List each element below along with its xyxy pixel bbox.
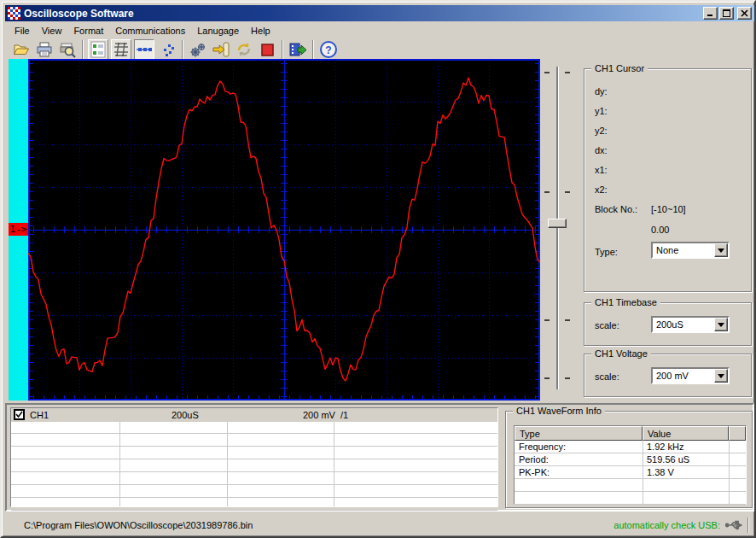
info-type: Period: [519,454,549,465]
maximize-icon [723,9,730,17]
close-icon [741,9,748,17]
slider-tick [544,377,550,379]
info-header-value[interactable]: Value [643,426,729,441]
close-button[interactable] [737,7,752,20]
timebase-group-title: CH1 Timebase [591,297,660,307]
channel-row[interactable]: CH1 200uS 200 mV /1 [11,408,497,422]
grid-toggle-icon[interactable] [111,39,131,60]
cursor-type-dropdown-button[interactable] [714,243,728,257]
cursor-y1-label: y1: [595,106,608,116]
chevron-down-icon [718,249,724,253]
waveform-info-group: CH1 WaveForm Info Type Value Frequency: … [505,411,753,508]
cursor-x1-label: x1: [595,165,608,175]
slider-tick [544,191,550,193]
menu-file[interactable]: File [9,24,36,38]
channel-table: CH1 200uS 200 mV /1 [10,407,498,507]
app-window: Oscilloscope Software File View Format C… [0,0,756,538]
empty-channel-row [11,447,497,459]
slider-tick [565,72,570,73]
scope-display [28,59,540,401]
stop-icon[interactable] [257,39,277,60]
auto-refresh-icon[interactable] [234,39,254,60]
channel-timebase: 200uS [172,410,199,420]
timebase-scale-value: 200uS [656,319,683,330]
menu-help[interactable]: Help [245,24,276,38]
connect-device-icon[interactable] [211,39,231,60]
slider-tick [565,191,570,193]
print-preview-icon[interactable] [57,39,78,60]
empty-channel-row [11,499,497,511]
waveform-info-table: Type Value Frequency: 1.92 kHz Period: 5… [514,425,747,505]
status-bar: C:\Program Files\OWON\Oscilloscope\20319… [5,514,754,536]
maximize-button[interactable] [719,7,734,20]
statusbar-divider [747,518,749,533]
menu-view[interactable]: View [36,24,68,38]
empty-channel-row [11,486,497,498]
cursor-type-label: Type: [595,247,618,257]
column-divider [643,441,643,504]
cursor-x2-label: x2: [595,184,608,195]
channel-name: CH1 [30,410,49,420]
line-display-icon[interactable] [134,39,154,60]
cursor-y2-label: y2: [595,126,608,136]
chevron-down-icon [718,374,724,378]
toolbar-separator [282,40,283,59]
menu-bar: File View Format Communications Lanugage… [5,23,754,38]
info-value: 1.38 V [647,467,674,477]
channel-voltage: 200 mV [303,410,335,420]
dots-display-icon[interactable] [157,39,177,60]
voltage-dropdown-button[interactable] [714,369,728,383]
toolbar: ? [5,38,754,61]
empty-channel-row [11,435,497,447]
voltage-scale-label: scale: [595,371,619,382]
print-icon[interactable] [34,39,55,60]
bottom-panel: CH1 200uS 200 mV /1 CH1 WaveForm Info Ty… [5,403,754,512]
chevron-down-icon [718,323,724,327]
menu-format[interactable]: Format [67,24,109,38]
info-type: Frequency: [519,442,566,452]
slider-tick [565,377,570,379]
title-bar[interactable]: Oscilloscope Software [5,5,754,21]
cursor-type-select[interactable]: None [651,242,730,259]
menu-communications[interactable]: Communications [109,24,191,38]
info-row: PK-PK: 1.38 V [515,466,746,479]
minimize-button[interactable] [703,7,718,20]
timebase-scale-label: scale: [595,320,619,330]
cursor-group-title: CH1 Cursor [591,63,648,73]
trigger-slider-track[interactable] [556,67,558,389]
app-icon [8,7,20,20]
info-header-stub [729,426,746,441]
info-header-type[interactable]: Type [515,426,643,441]
info-row [515,492,746,505]
info-type: PK-PK: [519,467,550,477]
minimize-icon [707,9,714,17]
waveform-info-title: CH1 WaveForm Info [513,406,605,416]
timebase-dropdown-button[interactable] [714,318,728,331]
menu-language[interactable]: Lanugage [191,24,245,38]
block-no-value: 0.00 [651,225,669,235]
timebase-scale-select[interactable]: 200uS [651,316,730,333]
export-data-icon[interactable] [288,39,308,60]
voltage-group-title: CH1 Voltage [591,348,651,359]
cursor-dy-label: dy: [595,86,608,96]
voltage-scale-select[interactable]: 200 mV [651,367,730,384]
info-value: 1.92 kHz [647,442,683,452]
trigger-slider-handle[interactable] [548,219,567,228]
block-no-range: [-10~10] [651,204,686,214]
channel-probe: /1 [340,410,348,420]
usb-icon [725,520,742,530]
voltage-group: CH1 Voltage scale: 200 mV [584,354,752,397]
empty-channel-row [11,422,497,434]
window-title: Oscilloscope Software [24,8,701,20]
open-folder-icon[interactable] [11,39,32,60]
help-icon[interactable]: ? [318,39,339,60]
channel-checkbox[interactable] [14,409,25,420]
settings-gears-icon[interactable] [188,39,208,60]
info-row [515,479,746,492]
block-no-label: Block No.: [595,204,637,214]
scope-canvas [28,59,540,401]
info-value: 519.56 uS [647,454,689,465]
trigger-level-marker[interactable]: 1-> [9,223,28,236]
cursor-group: CH1 Cursor dy: y1: y2: dx: x1: x2: Block… [584,68,752,292]
channel-list-icon[interactable] [88,39,108,60]
